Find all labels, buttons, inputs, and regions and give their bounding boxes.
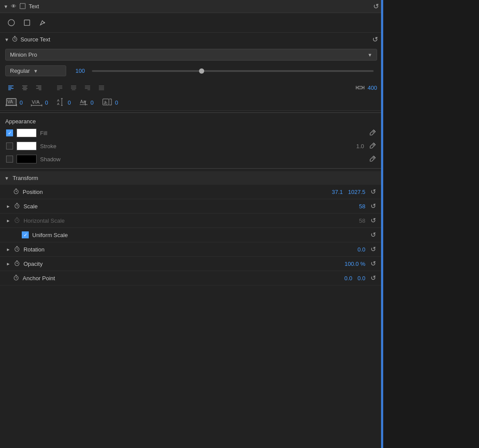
justify-all-button[interactable] xyxy=(96,82,107,93)
accent-bar xyxy=(381,0,382,448)
separator-2 xyxy=(0,168,382,169)
position-y-value[interactable]: 1027.5 xyxy=(348,189,365,195)
header-row: ▼ 👁 Text ↺ xyxy=(0,0,382,13)
position-row: Position 37.1 1027.5 ↺ xyxy=(0,185,382,199)
baseline-value[interactable]: 0 xyxy=(91,99,94,106)
ellipse-tool-icon[interactable] xyxy=(5,17,17,29)
appearance-section-header: Appearance xyxy=(0,115,382,126)
panel-title: Text xyxy=(29,3,373,10)
font-size-value[interactable]: 100 xyxy=(70,68,85,74)
rectangle-tool-icon[interactable] xyxy=(21,17,33,29)
rotation-row: ► Rotation 0.0 ↺ xyxy=(0,242,382,257)
shadow-checkbox[interactable] xyxy=(6,156,13,163)
uniform-scale-reset-button[interactable]: ↺ xyxy=(371,231,376,239)
separator-1 xyxy=(0,112,382,113)
source-text-reset-button[interactable]: ↺ xyxy=(372,35,378,44)
baseline-icon: Aa xyxy=(79,98,88,108)
svg-text:VA: VA xyxy=(7,99,13,104)
anchor-y-value[interactable]: 0.0 xyxy=(358,275,365,282)
transform-label: Transform xyxy=(13,175,38,181)
svg-rect-2 xyxy=(24,20,30,26)
opacity-value[interactable]: 100.0 % xyxy=(344,261,365,267)
scale-value[interactable]: 58 xyxy=(359,203,365,210)
tsume-value[interactable]: 0 xyxy=(115,99,118,106)
position-reset-button[interactable]: ↺ xyxy=(371,188,376,196)
opacity-reset-button[interactable]: ↺ xyxy=(371,260,376,268)
justify-center-button[interactable] xyxy=(68,82,79,93)
right-panel xyxy=(383,0,479,448)
font-dropdown[interactable]: Minion Pro ▼ xyxy=(5,49,377,61)
rotation-value[interactable]: 0.0 xyxy=(358,246,365,253)
stroke-value[interactable]: 1.0 xyxy=(356,143,364,149)
source-text-header[interactable]: ▼ Source Text ↺ xyxy=(0,33,382,46)
source-text-chevron-icon: ▼ xyxy=(4,37,9,42)
shadow-row: Shadow xyxy=(0,153,382,166)
svg-text:A: A xyxy=(57,102,60,106)
position-stopwatch-icon[interactable] xyxy=(13,188,19,196)
leading-value[interactable]: 0 xyxy=(67,99,71,106)
style-chevron-icon: ▼ xyxy=(34,68,38,74)
align-left-button[interactable] xyxy=(5,82,17,93)
opacity-expand-icon[interactable]: ► xyxy=(6,261,10,266)
select-box-icon[interactable] xyxy=(19,3,26,10)
justify-right-button[interactable] xyxy=(82,82,93,93)
scale-stopwatch-icon[interactable] xyxy=(14,203,20,210)
tracking-value[interactable]: 0 xyxy=(20,99,23,106)
anchor-point-row: Anchor Point 0.0 0.0 ↺ xyxy=(0,271,382,285)
align-right-button[interactable] xyxy=(33,82,44,93)
horizontal-scale-label: Horizontal Scale xyxy=(24,217,359,224)
kerning-value[interactable]: 0 xyxy=(45,99,48,106)
rotation-expand-icon[interactable]: ► xyxy=(6,247,10,252)
style-label: Regular xyxy=(10,68,30,74)
font-name-label: Minion Pro xyxy=(10,51,37,58)
shadow-eyedropper-button[interactable] xyxy=(369,155,376,163)
svg-text:あ: あ xyxy=(104,100,108,105)
opacity-stopwatch-icon[interactable] xyxy=(14,260,20,268)
source-text-stopwatch-icon[interactable] xyxy=(12,36,18,43)
kerning-icon: V/A xyxy=(30,98,43,108)
collapse-chevron-icon[interactable]: ▼ xyxy=(3,4,8,9)
stroke-color-swatch[interactable] xyxy=(17,142,37,150)
tools-row xyxy=(0,13,382,33)
rotation-reset-button[interactable]: ↺ xyxy=(371,245,376,253)
horizontal-scale-stopwatch-icon[interactable] xyxy=(14,217,20,224)
horizontal-scale-value[interactable]: 58 xyxy=(359,217,365,224)
style-dropdown[interactable]: Regular ▼ xyxy=(5,65,66,76)
pen-tool-icon[interactable] xyxy=(37,17,49,29)
font-size-slider[interactable] xyxy=(92,70,374,72)
text-width-value[interactable]: 400 xyxy=(368,85,377,91)
scale-reset-button[interactable]: ↺ xyxy=(371,202,376,210)
rotation-stopwatch-icon[interactable] xyxy=(14,246,20,253)
eye-icon[interactable]: 👁 xyxy=(11,3,17,10)
anchor-stopwatch-icon[interactable] xyxy=(13,275,19,282)
uniform-scale-checkbox[interactable] xyxy=(22,231,29,238)
svg-line-66 xyxy=(373,157,374,159)
align-center-button[interactable] xyxy=(19,82,30,93)
stroke-eyedropper-button[interactable] xyxy=(369,142,376,150)
horizontal-scale-expand-icon[interactable]: ► xyxy=(6,218,10,223)
svg-line-65 xyxy=(373,144,374,146)
position-x-value[interactable]: 37.1 xyxy=(332,189,343,195)
slider-thumb[interactable] xyxy=(199,68,204,74)
rotation-label: Rotation xyxy=(24,246,358,253)
fill-checkbox[interactable] xyxy=(6,129,13,136)
svg-text:Aa: Aa xyxy=(80,99,86,104)
header-reset-button[interactable]: ↺ xyxy=(373,2,379,10)
font-dropdown-chevron-icon: ▼ xyxy=(368,52,372,58)
baseline-metric: Aa 0 xyxy=(79,98,94,108)
fill-color-swatch[interactable] xyxy=(17,129,37,137)
uniform-scale-row: Uniform Scale ↺ xyxy=(0,228,382,242)
anchor-reset-button[interactable]: ↺ xyxy=(371,274,376,282)
appearance-label: Appearance xyxy=(5,118,36,125)
stroke-checkbox[interactable] xyxy=(6,143,13,149)
scale-expand-icon[interactable]: ► xyxy=(6,204,10,209)
svg-rect-40 xyxy=(358,86,362,89)
horizontal-scale-reset-button[interactable]: ↺ xyxy=(371,217,376,224)
position-label: Position xyxy=(23,189,332,195)
scale-label: Scale xyxy=(24,203,359,210)
justify-left-button[interactable] xyxy=(54,82,65,93)
anchor-x-value[interactable]: 0.0 xyxy=(344,275,352,282)
fill-eyedropper-button[interactable] xyxy=(369,129,376,137)
shadow-color-swatch[interactable] xyxy=(17,155,37,163)
transform-section-header[interactable]: ▼ Transform xyxy=(0,171,382,185)
